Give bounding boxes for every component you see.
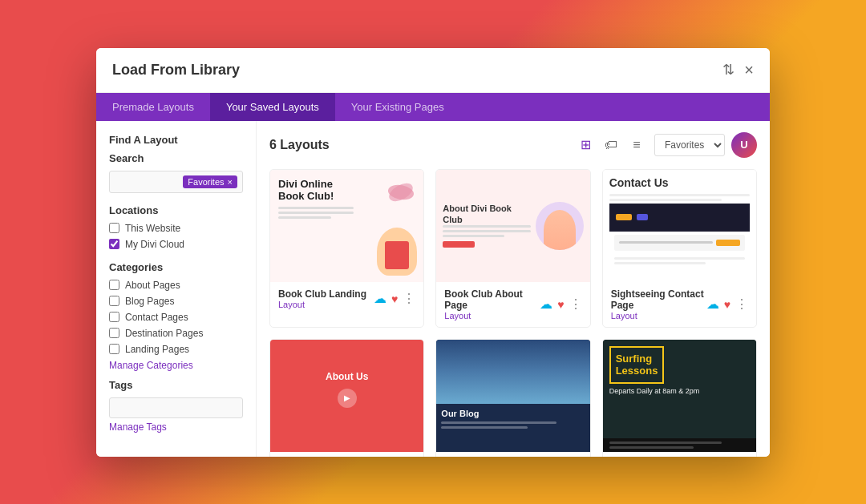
category-destination-pages[interactable]: Destination Pages [109, 328, 243, 339]
tab-existing-pages[interactable]: Your Existing Pages [335, 93, 460, 121]
favorites-remove-icon[interactable]: × [228, 177, 233, 187]
header-actions: ⇅ × [722, 61, 754, 79]
load-from-library-modal: Load From Library ⇅ × Premade Layouts Yo… [96, 48, 770, 457]
dark-header-block [609, 204, 750, 232]
about-text-block: About Divi Book Club [443, 204, 535, 247]
contact-thumb-title: Contact Us [609, 176, 750, 189]
layout-card[interactable]: Our Blog Our Blog Layout ☁ ♥ [435, 339, 590, 457]
blog-pages-checkbox[interactable] [109, 296, 119, 306]
surfing-thumb-title: SurfingLessons [616, 353, 658, 377]
blog-image [436, 340, 589, 404]
card-info: Book Club Landing Layout [278, 288, 366, 309]
cloud-button[interactable]: ☁ [706, 298, 719, 311]
sort-button[interactable]: ⇅ [722, 61, 734, 79]
user-avatar[interactable]: U [731, 132, 757, 158]
find-layout-heading: Find A Layout [109, 134, 243, 146]
card-footer: Sightseeing Contact Page Layout ☁ ♥ ⋮ [603, 282, 756, 327]
thumb-lines [278, 207, 354, 221]
divi-cloud-checkbox[interactable] [109, 239, 119, 249]
list-view-button[interactable]: ≡ [625, 134, 648, 156]
card-name: Sightseeing Contact Page [611, 288, 706, 311]
more-options-button[interactable]: ⋮ [403, 292, 415, 305]
location-divi-cloud[interactable]: My Divi Cloud [109, 239, 243, 250]
card-name: Book Club About Page [444, 288, 540, 311]
card-footer: About Us Layout ☁ ♥ ⋮ [270, 452, 423, 457]
heart-button[interactable]: ♥ [391, 293, 398, 304]
blog-pages-label: Blog Pages [125, 296, 174, 307]
about-lines [443, 225, 530, 237]
card-type: Layout [444, 311, 540, 321]
favorites-tag: Favorites × [183, 175, 237, 188]
categories-heading: Categories [109, 261, 243, 273]
card-info: Book Club About Page Layout [444, 288, 540, 321]
card-type: Layout [611, 311, 706, 321]
search-bar[interactable]: Favorites × [109, 171, 243, 193]
grid-view-button[interactable]: ⊞ [574, 134, 597, 156]
category-landing-pages[interactable]: Landing Pages [109, 344, 243, 355]
layout-card[interactable]: Divi Online Book Club! [269, 169, 424, 328]
heart-button[interactable]: ♥ [557, 299, 564, 310]
card-thumbnail-book-about: About Divi Book Club [436, 170, 589, 282]
play-button-icon: ▶ [338, 389, 357, 408]
surfing-sub-text: Departs Daily at 8am & 2pm [609, 387, 750, 395]
surfing-box: SurfingLessons [609, 346, 665, 384]
tab-saved-layouts[interactable]: Your Saved Layouts [210, 93, 335, 121]
destination-pages-checkbox[interactable] [109, 328, 119, 338]
more-options-button[interactable]: ⋮ [569, 298, 582, 311]
modal-body: Find A Layout Search Favorites × Locatio… [96, 121, 770, 457]
tags-section: Tags Manage Tags [109, 379, 243, 433]
about-pages-checkbox[interactable] [109, 280, 119, 290]
filter-select[interactable]: Favorites All Recent [654, 134, 725, 156]
layout-card[interactable]: Contact Us [602, 169, 757, 328]
cloud-button[interactable]: ☁ [374, 292, 386, 305]
card-footer: Surfing Lessons Layout ☁ ♥ ⋮ [603, 452, 756, 457]
tag-view-button[interactable]: 🏷 [600, 134, 622, 156]
tags-input[interactable] [109, 397, 243, 418]
locations-heading: Locations [109, 204, 243, 216]
view-icons: ⊞ 🏷 ≡ [574, 134, 648, 156]
heart-button[interactable]: ♥ [724, 299, 730, 310]
card-thumbnail-contact: Contact Us [603, 170, 756, 282]
layout-card[interactable]: SurfingLessons Departs Daily at 8am & 2p… [602, 339, 757, 457]
card-footer: Book Club About Page Layout ☁ ♥ ⋮ [436, 282, 589, 327]
card-footer: Our Blog Layout ☁ ♥ ⋮ [436, 452, 589, 457]
search-area: Search Favorites × [109, 152, 243, 193]
tab-premade-layouts[interactable]: Premade Layouts [96, 93, 210, 121]
categories-section: Categories About Pages Blog Pages Contac… [109, 261, 243, 371]
layout-count: 6 Layouts [269, 138, 330, 152]
destination-pages-label: Destination Pages [125, 328, 203, 339]
layout-card[interactable]: About Divi Book Club Book Club Abou [435, 169, 590, 328]
surfing-content-area: SurfingLessons Departs Daily at 8am & 2p… [603, 340, 756, 438]
search-label: Search [109, 152, 243, 164]
location-this-website[interactable]: This Website [109, 223, 243, 234]
card-type: Layout [278, 300, 366, 309]
content-toolbar: 6 Layouts ⊞ 🏷 ≡ Favorites All Recent U [269, 132, 757, 158]
main-content: 6 Layouts ⊞ 🏷 ≡ Favorites All Recent U [257, 121, 770, 457]
manage-categories-link[interactable]: Manage Categories [109, 360, 243, 371]
cloud-button[interactable]: ☁ [540, 298, 552, 311]
more-options-button[interactable]: ⋮ [735, 298, 748, 311]
about-us-thumb-title: About Us [326, 371, 368, 382]
card-thumbnail-book-club: Divi Online Book Club! [270, 170, 423, 282]
card-info: Sightseeing Contact Page Layout [611, 288, 706, 321]
contact-pages-checkbox[interactable] [109, 312, 119, 322]
layout-card[interactable]: About Us ▶ About Us Layout ☁ [269, 339, 424, 457]
category-blog-pages[interactable]: Blog Pages [109, 296, 243, 307]
blog-thumb-title: Our Blog [441, 409, 585, 418]
landing-pages-checkbox[interactable] [109, 344, 119, 354]
this-website-checkbox[interactable] [109, 223, 119, 233]
category-about-pages[interactable]: About Pages [109, 280, 243, 291]
tabs-bar: Premade Layouts Your Saved Layouts Your … [96, 93, 770, 121]
about-pages-label: About Pages [125, 280, 180, 291]
card-actions: ☁ ♥ ⋮ [540, 298, 581, 311]
landing-pages-label: Landing Pages [125, 344, 189, 355]
mini-lines [609, 254, 750, 270]
close-button[interactable]: × [744, 61, 754, 79]
card-actions: ☁ ♥ ⋮ [374, 292, 415, 305]
category-contact-pages[interactable]: Contact Pages [109, 312, 243, 323]
leaf-decoration [386, 178, 415, 207]
toolbar-right: ⊞ 🏷 ≡ Favorites All Recent U [574, 132, 757, 158]
manage-tags-link[interactable]: Manage Tags [109, 421, 243, 433]
contact-lines [609, 194, 750, 204]
card-actions: ☁ ♥ ⋮ [706, 298, 748, 311]
